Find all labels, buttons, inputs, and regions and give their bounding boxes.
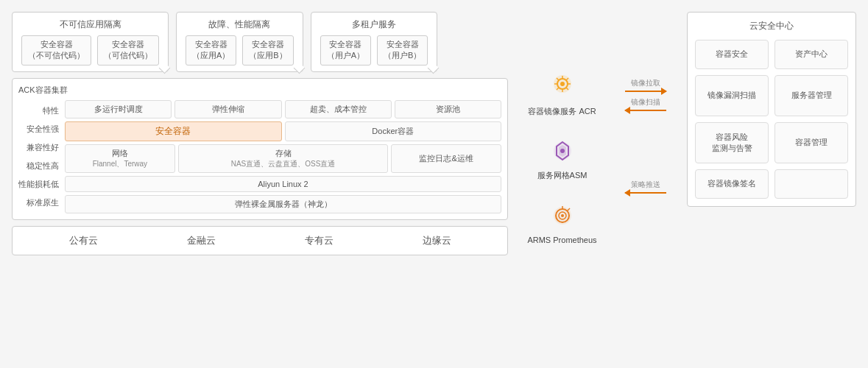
cell-image-scan: 镜像漏洞扫描 (695, 75, 769, 116)
card2-item2: 安全容器（应用B） (242, 35, 293, 66)
network-label: 网络 (112, 148, 128, 159)
cell-resourcepool: 资源池 (395, 100, 501, 118)
cell-bare-metal: 弹性裸金属服务器（神龙） (65, 195, 501, 213)
cell-monitor: 监控日志&运维 (391, 144, 501, 173)
card1-items: 安全容器（不可信代码） 安全容器（可信代码） (21, 35, 159, 66)
ack-label: ACK容器集群 (18, 85, 501, 96)
cell-container-risk: 容器风险 监测与告警 (695, 122, 769, 163)
cell-secure-container: 安全容器 (65, 121, 282, 141)
middle-section: 容器镜像服务 ACR 服务网格ASM ARMS Prometheus (520, 12, 604, 246)
left-section: 不可信应用隔离 安全容器（不可信代码） 安全容器（可信代码） 故障、性能隔离 安… (12, 12, 508, 255)
right-grid: 容器安全 资产中心 镜像漏洞扫描 服务器管理 容器风险 监测与告警 容器管理 容… (695, 40, 848, 199)
arrow-acr: 镜像拉取 镜像扫描 (616, 78, 675, 113)
service-asm: 服务网格ASM (520, 135, 604, 181)
cell-elastic: 弹性伸缩 (174, 100, 281, 118)
top-cards: 不可信应用隔离 安全容器（不可信代码） 安全容器（可信代码） 故障、性能隔离 安… (12, 12, 508, 72)
arrow-arms: 策略推送 (616, 180, 675, 196)
card3-item2: 安全容器（用户B） (377, 35, 428, 66)
ack-row2: 安全容器 Docker容器 (65, 121, 501, 141)
label-perf: 性能损耗低 (18, 177, 62, 192)
cell-docker: Docker容器 (285, 121, 502, 141)
label-stable: 稳定性高 (18, 158, 62, 174)
card1-item1: 安全容器（不可信代码） (21, 35, 91, 66)
cloud-finance: 金融云 (187, 234, 216, 247)
arrow-acr-label1: 镜像拉取 (631, 78, 660, 88)
asm-label: 服务网格ASM (537, 170, 588, 181)
storage-sub: NAS直通、云盘直通、OSS直通 (231, 159, 336, 169)
label-security: 安全性强 (18, 121, 62, 137)
cell-network: 网络 Flannel、Terway (65, 144, 175, 173)
label-features: 特性 (18, 103, 62, 118)
right-panel: 云安全中心 容器安全 资产中心 镜像漏洞扫描 服务器管理 容器风险 监测与告警 … (687, 12, 856, 207)
card2-title: 故障、性能隔离 (186, 18, 294, 31)
cloud-edge: 边缘云 (423, 234, 451, 247)
right-title: 云安全中心 (695, 20, 848, 32)
ack-row5: 弹性裸金属服务器（神龙） (65, 195, 501, 213)
ack-cluster: ACK容器集群 特性 安全性强 兼容性好 稳定性高 性能损耗低 标准原生 多运行… (12, 78, 508, 220)
arrow-arms-label: 策略推送 (631, 180, 660, 190)
ack-left-labels: 特性 安全性强 兼容性好 稳定性高 性能损耗低 标准原生 (18, 100, 62, 213)
asm-icon (546, 135, 579, 167)
bottom-clouds: 公有云 金融云 专有云 边缘云 (12, 226, 508, 255)
acr-label: 容器镜像服务 ACR (528, 106, 596, 117)
svg-point-14 (560, 149, 565, 153)
card1-item2: 安全容器（可信代码） (97, 35, 159, 66)
arrow-acr-label2: 镜像扫描 (631, 97, 660, 107)
label-native: 标准原生 (18, 195, 62, 210)
storage-label: 存储 (275, 148, 292, 159)
cloud-public: 公有云 (69, 234, 98, 247)
service-arms: ARMS Prometheus (520, 199, 604, 246)
top-card-fault: 故障、性能隔离 安全容器（应用A） 安全容器（应用B） (176, 12, 303, 72)
svg-point-2 (560, 82, 565, 86)
ack-inner: 特性 安全性强 兼容性好 稳定性高 性能损耗低 标准原生 多运行时调度 弹性伸缩… (18, 100, 501, 213)
card3-item1: 安全容器（用户A） (320, 35, 371, 66)
main-container: 不可信应用隔离 安全容器（不可信代码） 安全容器（可信代码） 故障、性能隔离 安… (0, 0, 868, 368)
card2-items: 安全容器（应用A） 安全容器（应用B） (186, 35, 294, 66)
ack-grid: 多运行时调度 弹性伸缩 超卖、成本管控 资源池 安全容器 Docker容器 网络 (65, 100, 501, 213)
cell-asset-center: 资产中心 (775, 40, 848, 69)
top-card-multitenant: 多租户服务 安全容器（用户A） 安全容器（用户B） (311, 12, 438, 72)
card3-title: 多租户服务 (320, 18, 428, 31)
cell-server-mgmt: 服务器管理 (775, 75, 848, 116)
cloud-private: 专有云 (305, 234, 334, 247)
cell-oversell: 超卖、成本管控 (285, 100, 392, 118)
svg-point-18 (561, 214, 564, 217)
service-acr: 容器镜像服务 ACR (520, 71, 604, 117)
asm-spacer (616, 128, 675, 180)
acr-icon (546, 71, 579, 103)
cell-container-mgmt: 容器管理 (775, 122, 848, 163)
ack-row4: Aliyun Linux 2 (65, 176, 501, 192)
cell-empty (775, 169, 848, 199)
cell-scheduler: 多运行时调度 (65, 100, 172, 118)
top-card-untrusted: 不可信应用隔离 安全容器（不可信代码） 安全容器（可信代码） (12, 12, 169, 72)
cell-container-security: 容器安全 (695, 40, 769, 69)
label-compat: 兼容性好 (18, 140, 62, 155)
cell-aliyun-linux: Aliyun Linux 2 (65, 176, 501, 192)
cell-image-sign: 容器镜像签名 (695, 169, 769, 199)
card2-item1: 安全容器（应用A） (186, 35, 236, 66)
card1-title: 不可信应用隔离 (21, 18, 159, 31)
network-sub: Flannel、Terway (93, 159, 147, 169)
arms-icon (546, 199, 579, 232)
cell-storage: 存储 NAS直通、云盘直通、OSS直通 (178, 144, 389, 173)
arms-label: ARMS Prometheus (527, 235, 596, 246)
ack-row1: 多运行时调度 弹性伸缩 超卖、成本管控 资源池 (65, 100, 501, 118)
card3-items: 安全容器（用户A） 安全容器（用户B） (320, 35, 428, 66)
ack-row3: 网络 Flannel、Terway 存储 NAS直通、云盘直通、OSS直通 监控… (65, 144, 501, 173)
arrows-section: 镜像拉取 镜像扫描 策略推送 (616, 12, 675, 196)
